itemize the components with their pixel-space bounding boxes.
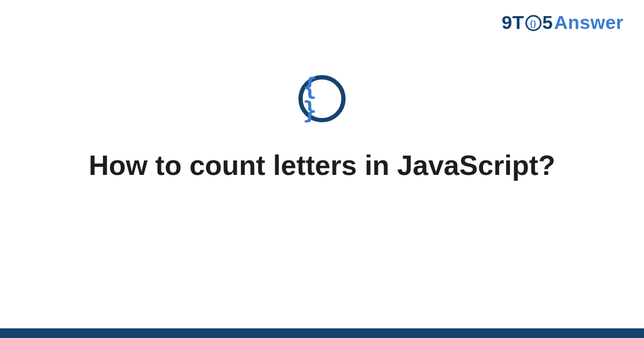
code-braces-icon: { }: [303, 75, 341, 122]
topic-badge: { }: [298, 75, 346, 122]
question-title: How to count letters in JavaScript?: [89, 148, 555, 183]
footer-bar: [0, 328, 644, 338]
main-content: { } How to count letters in JavaScript?: [0, 0, 644, 338]
